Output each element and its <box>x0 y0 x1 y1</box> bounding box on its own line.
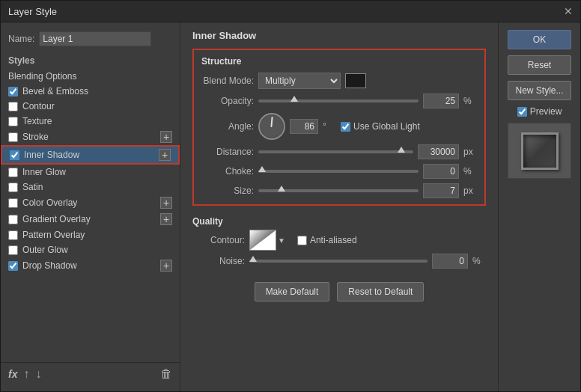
distance-slider-track[interactable] <box>258 148 413 156</box>
make-default-button[interactable]: Make Default <box>255 282 330 301</box>
noise-label: Noise: <box>192 256 245 266</box>
section-title: Inner Shadow <box>192 30 486 41</box>
inner-shadow-checkbox[interactable] <box>10 150 19 160</box>
move-up-button[interactable]: ↑ <box>23 367 29 381</box>
opacity-slider-track[interactable] <box>258 97 419 105</box>
use-global-light-checkbox[interactable] <box>341 122 350 132</box>
noise-input[interactable] <box>432 254 468 269</box>
bevel-emboss-checkbox[interactable] <box>8 87 18 97</box>
choke-slider-thumb[interactable] <box>258 166 266 172</box>
sidebar-item-bevel-emboss[interactable]: Bevel & Emboss <box>1 84 180 99</box>
name-label: Name: <box>8 34 34 44</box>
main-content: Inner Shadow Structure Blend Mode: Multi… <box>180 22 498 391</box>
pattern-overlay-label: Pattern Overlay <box>22 230 85 240</box>
sidebar: Name: Styles Blending Options Bevel & Em… <box>1 22 180 391</box>
drop-shadow-add-button[interactable]: + <box>160 260 172 272</box>
stroke-label: Stroke <box>22 132 49 142</box>
satin-checkbox[interactable] <box>8 183 18 192</box>
outer-glow-checkbox[interactable] <box>8 245 18 255</box>
choke-unit: % <box>463 166 477 177</box>
use-global-light-row[interactable]: Use Global Light <box>341 121 420 132</box>
anti-aliased-label: Anti-aliased <box>310 235 357 245</box>
sidebar-item-blending-options[interactable]: Blending Options <box>1 69 180 84</box>
satin-label: Satin <box>22 182 43 192</box>
size-input[interactable] <box>423 183 459 198</box>
choke-input[interactable] <box>423 164 459 179</box>
pattern-overlay-checkbox[interactable] <box>8 230 18 240</box>
sidebar-item-stroke[interactable]: Stroke + <box>1 129 180 145</box>
reset-button[interactable]: Reset <box>508 55 571 75</box>
texture-checkbox[interactable] <box>8 117 18 126</box>
size-slider-track[interactable] <box>258 187 419 195</box>
reset-to-default-button[interactable]: Reset to Default <box>337 282 424 301</box>
contour-thumb[interactable] <box>249 230 276 251</box>
drop-shadow-checkbox[interactable] <box>8 261 18 271</box>
angle-unit: ° <box>323 121 336 132</box>
noise-row: Noise: % <box>192 254 486 269</box>
noise-unit: % <box>472 256 486 266</box>
delete-button[interactable]: 🗑 <box>160 367 172 381</box>
preview-thumbnail <box>508 123 571 179</box>
preview-checkbox[interactable] <box>517 107 527 117</box>
gradient-overlay-label: Gradient Overlay <box>22 214 91 224</box>
gradient-overlay-add-button[interactable]: + <box>160 213 172 225</box>
angle-dial[interactable] <box>258 113 285 140</box>
size-slider-thumb[interactable] <box>278 186 285 192</box>
inner-glow-checkbox[interactable] <box>8 168 18 177</box>
ok-button[interactable]: OK <box>508 30 571 49</box>
contour-dropdown[interactable]: ▼ <box>249 230 285 251</box>
color-overlay-checkbox[interactable] <box>8 198 18 208</box>
sidebar-item-contour[interactable]: Contour <box>1 99 180 114</box>
angle-input[interactable] <box>290 119 318 134</box>
structure-title: Structure <box>201 56 477 67</box>
layer-style-dialog: Layer Style ✕ Name: Styles Blending Opti… <box>0 0 581 392</box>
inner-shadow-add-button[interactable]: + <box>159 149 171 161</box>
sidebar-item-drop-shadow[interactable]: Drop Shadow + <box>1 257 180 274</box>
sidebar-item-color-overlay[interactable]: Color Overlay + <box>1 195 180 211</box>
blending-options-label: Blending Options <box>8 71 76 82</box>
color-overlay-add-button[interactable]: + <box>160 197 172 209</box>
choke-label: Choke: <box>201 166 254 177</box>
noise-slider-thumb[interactable] <box>249 256 257 262</box>
quality-section: Quality Contour: ▼ Anti-aliased <box>192 216 486 269</box>
opacity-input[interactable] <box>423 94 459 108</box>
new-style-button[interactable]: New Style... <box>508 81 571 100</box>
size-unit: px <box>463 186 477 196</box>
choke-slider-track[interactable] <box>258 168 419 175</box>
contour-checkbox[interactable] <box>8 102 18 111</box>
sidebar-item-outer-glow[interactable]: Outer Glow <box>1 242 180 257</box>
sidebar-item-pattern-overlay[interactable]: Pattern Overlay <box>1 227 180 242</box>
contour-label: Contour <box>22 101 55 111</box>
gradient-overlay-checkbox[interactable] <box>8 215 18 224</box>
preview-row[interactable]: Preview <box>517 106 562 117</box>
distance-input[interactable] <box>418 144 459 159</box>
blend-mode-select[interactable]: Multiply Normal Dissolve Screen Overlay <box>258 73 341 89</box>
texture-label: Texture <box>22 116 52 126</box>
stroke-checkbox[interactable] <box>8 132 18 142</box>
close-button[interactable]: ✕ <box>564 5 573 17</box>
angle-label: Angle: <box>201 121 254 132</box>
blend-color-swatch[interactable] <box>345 73 366 88</box>
sidebar-item-gradient-overlay[interactable]: Gradient Overlay + <box>1 211 180 227</box>
noise-slider-track[interactable] <box>249 257 428 265</box>
sidebar-item-inner-shadow[interactable]: Inner Shadow + <box>1 145 180 165</box>
distance-slider-thumb[interactable] <box>398 147 405 153</box>
preview-inner <box>521 132 559 170</box>
sidebar-item-texture[interactable]: Texture <box>1 114 180 129</box>
stroke-add-button[interactable]: + <box>160 131 172 143</box>
sidebar-item-satin[interactable]: Satin <box>1 180 180 195</box>
sidebar-item-inner-glow[interactable]: Inner Glow <box>1 165 180 180</box>
distance-label: Distance: <box>201 147 254 157</box>
anti-aliased-checkbox[interactable] <box>297 236 307 245</box>
move-down-button[interactable]: ↓ <box>35 367 41 381</box>
name-input[interactable] <box>39 31 151 46</box>
styles-label: Styles <box>1 52 180 69</box>
dialog-body: Name: Styles Blending Options Bevel & Em… <box>1 22 580 391</box>
inner-shadow-label: Inner Shadow <box>24 150 79 160</box>
anti-aliased-row[interactable]: Anti-aliased <box>297 235 357 245</box>
opacity-label: Opacity: <box>201 96 254 106</box>
contour-arrow[interactable]: ▼ <box>278 236 285 245</box>
fx-button[interactable]: fx <box>8 368 17 380</box>
title-bar: Layer Style ✕ <box>1 1 580 22</box>
opacity-slider-thumb[interactable] <box>290 96 298 102</box>
